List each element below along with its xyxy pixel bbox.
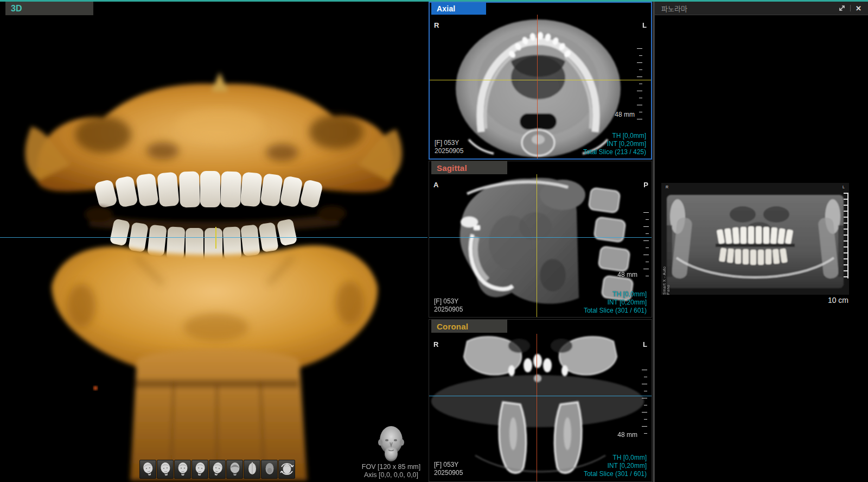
tab-sagittal[interactable]: Sagittal: [431, 161, 507, 174]
slice-interval: INT [0,20mm]: [584, 462, 647, 470]
head-front-right-icon: [194, 461, 207, 478]
sagittal-marker-posterior: P: [643, 181, 648, 189]
crosshair-3d-vertical-tick[interactable]: [215, 227, 216, 249]
coronal-crosshair-vertical[interactable]: [537, 334, 537, 481]
total-slice: Total Slice (301 / 601): [584, 470, 647, 478]
panorama-marker-left: L: [843, 185, 845, 189]
sagittal-scale-label: 48 mm: [617, 271, 637, 278]
sagittal-crosshair-vertical[interactable]: [537, 174, 537, 317]
sagittal-marker-anterior: A: [433, 181, 438, 189]
coronal-crosshair-horizontal[interactable]: [429, 396, 652, 396]
total-slice: Total Slice (301 / 601): [584, 307, 647, 315]
panorama-title: 파노라마: [661, 3, 687, 14]
slice-interval: INT [0,20mm]: [583, 140, 646, 148]
tab-3d[interactable]: 3D: [5, 2, 93, 15]
head-back-icon: [228, 461, 241, 478]
coronal-scale-ruler: [642, 370, 647, 440]
head-back-button[interactable]: [226, 460, 243, 479]
panel-sagittal[interactable]: Sagittal: [429, 161, 652, 318]
slice-thickness: TH [0,0mm]: [584, 454, 647, 462]
close-icon: ✕: [856, 5, 861, 12]
head-front-left-button[interactable]: [157, 460, 174, 479]
tab-axial[interactable]: Axial: [431, 3, 486, 15]
restore-window-button[interactable]: [837, 4, 846, 13]
tab-axial-label: Axial: [437, 4, 455, 13]
axial-slice-info: TH [0,0mm] INT [0,20mm] Total Slice (213…: [583, 132, 646, 156]
patient-id: [F] 053Y: [434, 461, 463, 469]
sagittal-slice-info: TH [0,0mm] INT [0,20mm] Total Slice (301…: [584, 290, 647, 315]
axial-marker-right: R: [434, 21, 439, 29]
patient-id: [F] 053Y: [434, 297, 463, 306]
coronal-slice-info: TH [0,0mm] INT [0,20mm] Total Slice (301…: [584, 454, 647, 478]
volume-render-3d[interactable]: [0, 2, 427, 482]
head-rotate-icon: [280, 461, 294, 478]
head-front-icon: [176, 461, 189, 478]
study-date: 20250905: [434, 469, 463, 477]
tab-3d-label: 3D: [11, 4, 22, 14]
fov-info-block: FOV [120 x 85 mm] Axis [0,0, 0,0, 0,0]: [356, 424, 426, 479]
close-panel-button[interactable]: ✕: [854, 4, 863, 13]
axial-scale-ruler: [637, 48, 642, 120]
tab-coronal[interactable]: Coronal: [431, 320, 507, 333]
head-model-preview-icon: [374, 424, 409, 463]
head-front-button[interactable]: [174, 460, 191, 479]
head-top-button[interactable]: [244, 460, 260, 479]
axial-crosshair-horizontal[interactable]: [430, 80, 651, 80]
fov-label: FOV [120 x 85 mm]: [362, 463, 420, 471]
total-slice: Total Slice (213 / 425): [583, 148, 646, 156]
panorama-watermark: Smart X - Auto Pano: [662, 263, 670, 295]
panel-panorama[interactable]: 파노라마 ✕: [655, 2, 868, 482]
head-left-oblique-icon: [142, 461, 155, 478]
slice-thickness: TH [0,0mm]: [584, 290, 647, 299]
axial-crosshair-vertical[interactable]: [537, 15, 538, 158]
restore-arrow-icon: [838, 5, 845, 12]
sagittal-crosshair-horizontal[interactable]: [429, 237, 652, 238]
crosshair-3d-horizontal[interactable]: [0, 237, 427, 238]
tab-coronal-label: Coronal: [437, 322, 468, 331]
head-bottom-icon: [263, 461, 276, 478]
tab-sagittal-label: Sagittal: [437, 163, 467, 173]
sagittal-patient-info: [F] 053Y 20250905: [434, 297, 463, 314]
orientation-toolbar: [139, 460, 296, 479]
panorama-scale-label: 10 cm: [828, 296, 848, 305]
head-front-left-icon: [159, 461, 172, 478]
coronal-marker-right: R: [433, 340, 438, 348]
panorama-image-wrap[interactable]: R L Smart X - Auto Pano: [661, 183, 849, 295]
head-rotate-button[interactable]: [278, 460, 295, 479]
coronal-marker-left: L: [643, 340, 647, 348]
axial-scale-label: 48 mm: [615, 111, 635, 118]
panorama-header: 파노라마 ✕: [655, 2, 868, 15]
sagittal-scale-ruler: [643, 212, 649, 283]
patient-id: [F] 053Y: [435, 139, 463, 147]
coronal-scale-label: 48 mm: [617, 431, 637, 439]
axial-marker-left: L: [642, 21, 647, 29]
header-separator: [850, 5, 851, 11]
axial-patient-info: [F] 053Y 20250905: [435, 139, 463, 155]
head-left-oblique-button[interactable]: [139, 460, 156, 479]
dental-ct-viewer-window: 3D: [0, 0, 868, 482]
coronal-patient-info: [F] 053Y 20250905: [434, 461, 463, 477]
head-bottom-button[interactable]: [261, 460, 278, 479]
head-right-oblique-button[interactable]: [209, 460, 226, 479]
study-date: 20250905: [435, 147, 463, 155]
panorama-xray-image: [661, 183, 849, 295]
panorama-marker-right: R: [666, 185, 668, 189]
head-top-icon: [246, 461, 259, 478]
study-date: 20250905: [434, 306, 463, 314]
head-right-oblique-icon: [211, 461, 224, 478]
panel-coronal[interactable]: Coronal: [429, 319, 652, 482]
slice-thickness: TH [0,0mm]: [583, 132, 646, 140]
panel-3d[interactable]: 3D: [0, 2, 427, 482]
axis-label: Axis [0,0, 0,0, 0,0]: [364, 471, 418, 479]
slice-interval: INT [0,20mm]: [584, 299, 647, 307]
panorama-scale-ruler: [844, 193, 848, 278]
panel-axial[interactable]: Axial: [429, 2, 652, 160]
head-front-right-button[interactable]: [192, 460, 208, 479]
